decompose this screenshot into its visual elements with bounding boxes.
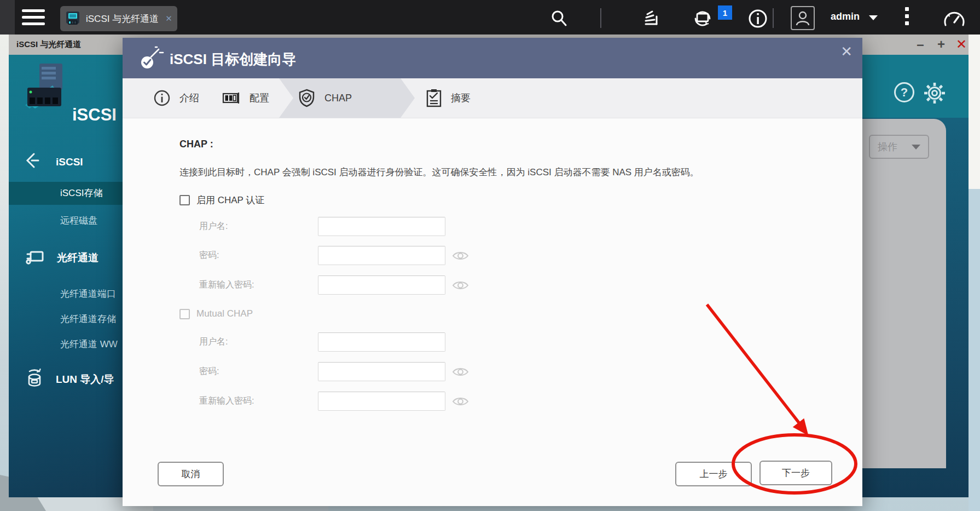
username-label: 用户名:	[199, 336, 228, 348]
enable-chap-label: 启用 CHAP 认证	[196, 194, 264, 206]
step-config: 配置	[222, 78, 269, 118]
desktop-edge	[969, 189, 980, 511]
dashboard-gauge-icon[interactable]	[941, 7, 967, 31]
sidebar-item-label: 光纤通道 WW	[60, 339, 118, 349]
sidebar-section-fibre-channel[interactable]: 光纤通道	[25, 248, 98, 268]
iscsi-app-tab-icon	[65, 10, 81, 27]
mutual-password-input[interactable]	[318, 362, 445, 381]
step-chap: CHAP	[298, 78, 352, 118]
show-password-icon[interactable]	[452, 396, 469, 409]
previous-button[interactable]: 上一步	[675, 462, 752, 486]
action-dropdown-button[interactable]: 操作	[869, 135, 929, 159]
screen: iSCSI 与光纤通道 ✕	[0, 0, 980, 511]
launcher-edge	[0, 0, 15, 35]
mutual-chap-label: Mutual CHAP	[196, 308, 253, 319]
iscsi-section-icon	[25, 152, 44, 171]
retype-password-label: 重新输入密码:	[199, 279, 254, 291]
tab-close-icon[interactable]: ✕	[165, 14, 172, 24]
fibre-channel-section-icon	[25, 248, 45, 268]
sidebar-app-title: iSCSI	[72, 105, 117, 125]
user-menu[interactable]: admin	[831, 11, 860, 22]
help-icon[interactable]: ?	[894, 82, 914, 102]
notification-badge[interactable]: 1	[718, 5, 732, 20]
step-summary: 摘要	[426, 78, 471, 118]
sidebar-item-fc-ports[interactable]: 光纤通道端口	[9, 283, 123, 306]
chap-username-row: 用户名:	[123, 217, 862, 236]
cancel-button[interactable]: 取消	[158, 462, 224, 486]
user-avatar-icon[interactable]	[791, 6, 815, 30]
info-icon[interactable]	[746, 7, 770, 31]
sidebar-item-fc-wwpn[interactable]: 光纤通道 WW	[9, 333, 123, 356]
shield-icon	[298, 89, 316, 107]
sidebar-section-iscsi[interactable]: iSCSI	[25, 152, 83, 171]
step-label: CHAP	[324, 93, 352, 104]
settings-gear-icon[interactable]	[923, 81, 947, 107]
dialog-title: iSCSI 目标创建向导	[170, 50, 296, 69]
show-password-icon[interactable]	[452, 280, 469, 293]
caret-down-icon	[912, 145, 920, 150]
wizard-step-bar: 介绍 配置 CHAP	[123, 78, 862, 118]
sidebar-section-label: LUN 导入/导	[56, 372, 114, 387]
top-taskbar: iSCSI 与光纤通道 ✕	[0, 0, 980, 35]
show-password-icon[interactable]	[452, 250, 469, 263]
sidebar-item-iscsi-storage[interactable]: iSCSI存储	[9, 182, 123, 205]
retype-password-label: 重新输入密码:	[199, 395, 254, 407]
toolbar-divider	[600, 8, 601, 28]
search-icon[interactable]	[547, 7, 571, 31]
step-label: 配置	[250, 91, 269, 105]
sidebar-item-fc-storage[interactable]: 光纤通道存储	[9, 308, 123, 331]
window-minimize-icon[interactable]: –	[913, 37, 928, 52]
chap-password-row: 密码:	[123, 246, 862, 265]
next-label: 下一步	[782, 467, 810, 479]
tab-iscsi-fc[interactable]: iSCSI 与光纤通道 ✕	[60, 6, 177, 31]
password-label: 密码:	[199, 366, 219, 377]
mutual-retype-row: 重新输入密码:	[123, 392, 862, 411]
notifications-icon[interactable]	[691, 7, 715, 31]
next-button[interactable]: 下一步	[759, 461, 832, 485]
user-caret-icon[interactable]	[869, 15, 878, 20]
enable-chap-checkbox[interactable]	[179, 195, 190, 205]
config-icon	[222, 89, 241, 107]
previous-label: 上一步	[700, 468, 728, 480]
sidebar-item-label: iSCSI存储	[60, 188, 102, 198]
password-label: 密码:	[199, 250, 219, 261]
sidebar-section-lun-import-export[interactable]: LUN 导入/导	[25, 368, 114, 391]
more-options-icon[interactable]	[905, 7, 909, 28]
window-maximize-icon[interactable]: +	[933, 37, 949, 52]
mutual-retype-input[interactable]	[318, 392, 445, 411]
mutual-chap-checkbox[interactable]	[179, 309, 190, 319]
dialog-header: iSCSI 目标创建向导 ✕	[123, 38, 862, 78]
step-label: 摘要	[451, 91, 471, 105]
info-icon	[153, 89, 171, 107]
iscsi-app-icon	[21, 61, 69, 112]
chap-heading: CHAP :	[179, 139, 213, 150]
background-tasks-icon[interactable]	[639, 7, 663, 31]
step-intro: 介绍	[153, 78, 199, 118]
chap-description: 连接到此目标时，CHAP 会强制 iSCSI 启动器进行身份验证。这可确保安全性…	[179, 166, 814, 179]
sidebar-item-label: 远程磁盘	[60, 215, 97, 226]
lun-import-export-icon	[25, 368, 44, 391]
window-title: iSCSI 与光纤通道	[16, 39, 81, 50]
tab-label: iSCSI 与光纤通道	[86, 13, 159, 25]
sidebar-section-label: iSCSI	[56, 156, 83, 168]
summary-clipboard-icon	[426, 89, 442, 107]
dialog-close-icon[interactable]: ✕	[840, 43, 853, 60]
chap-password-input[interactable]	[318, 246, 445, 265]
cancel-label: 取消	[182, 468, 200, 480]
show-password-icon[interactable]	[452, 366, 469, 380]
chap-retype-input[interactable]	[318, 275, 445, 295]
step-label: 介绍	[179, 91, 199, 105]
toolbar-divider	[773, 8, 774, 28]
window-close-icon[interactable]: ✕	[954, 37, 969, 52]
iscsi-target-wizard-dialog: iSCSI 目标创建向导 ✕ 介绍 配置	[123, 38, 862, 506]
main-menu-icon[interactable]	[22, 9, 45, 26]
sidebar-item-label: 光纤通道端口	[60, 289, 116, 299]
chap-username-input[interactable]	[318, 217, 445, 236]
mutual-chap-row: Mutual CHAP	[179, 308, 253, 319]
wizard-icon	[139, 46, 164, 73]
enable-chap-row: 启用 CHAP 认证	[179, 194, 264, 206]
sidebar-item-remote-disk[interactable]: 远程磁盘	[9, 209, 123, 232]
mutual-username-input[interactable]	[318, 332, 445, 352]
action-dropdown-label: 操作	[878, 140, 897, 153]
sidebar-section-label: 光纤通道	[57, 251, 98, 265]
